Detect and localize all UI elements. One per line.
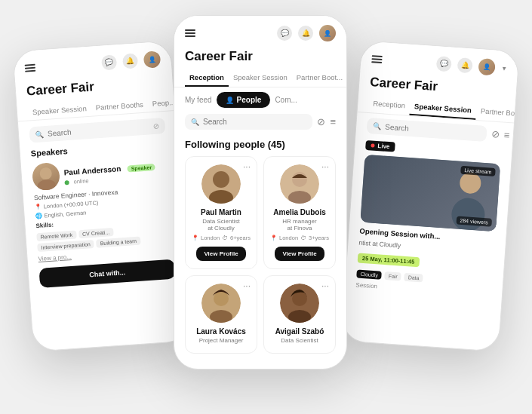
center-search-icon: 🔍: [191, 118, 199, 126]
left-search-input[interactable]: [48, 122, 149, 137]
center-search-row: 🔍 ⊘ ≡: [174, 114, 346, 134]
right-tab-reception[interactable]: Reception: [368, 94, 411, 115]
center-hamburger-icon[interactable]: [185, 29, 195, 37]
right-chat-icon[interactable]: 💬: [436, 56, 452, 72]
amelia-view-profile[interactable]: View Profile: [275, 247, 324, 261]
avigail-role: Data Scientist: [281, 337, 318, 344]
center-bell-icon[interactable]: 🔔: [298, 26, 313, 41]
avigail-name: Avigail Szabó: [275, 327, 324, 336]
session-info: Opening Session with... ntist at Cloudly…: [355, 222, 496, 303]
people-pill-icon: 👤: [226, 97, 234, 104]
avigail-avatar: [280, 284, 319, 323]
tag-data: Data: [404, 273, 423, 283]
live-badge: Live: [365, 140, 395, 152]
person-card-laura: ··· Laura Kovács Project Manager: [185, 275, 257, 354]
dots-menu-laura[interactable]: ···: [243, 281, 251, 291]
header-right-icons: 💬 🔔 👤: [101, 51, 161, 71]
right-tab-partner-boot[interactable]: Partner Boot...: [475, 102, 515, 124]
speaker-badge: Speaker: [127, 164, 155, 173]
tag-cloudly: Cloudly: [356, 270, 382, 280]
laura-name: Laura Kovács: [196, 327, 246, 336]
svg-point-3: [213, 171, 229, 188]
right-dropdown-icon[interactable]: ▼: [501, 65, 508, 72]
feed-tabs-row: My feed 👤 People Com...: [174, 87, 346, 114]
amelia-avatar: [280, 164, 319, 204]
amelia-meta: 📍London ⏱3+years: [270, 235, 329, 241]
people-pill-label: People: [237, 96, 262, 104]
right-phone: 💬 🔔 👤 ▼ Career Fair Reception Speaker Se…: [340, 40, 519, 352]
paul-avatar: [201, 164, 241, 204]
laura-role: Project Manager: [199, 337, 244, 344]
hamburger-icon[interactable]: [25, 64, 36, 72]
speaker-status: online: [73, 177, 89, 185]
tab-partner-boot[interactable]: Partner Boot...: [292, 69, 346, 87]
center-phone-title: Career Fair: [174, 46, 346, 69]
left-search-bar[interactable]: 🔍 ⊘: [29, 118, 165, 143]
people-grid: ··· Paul Martin Data Scientist at Cloudl…: [174, 156, 346, 354]
following-title: Following people (45): [174, 134, 346, 156]
laura-avatar: [201, 284, 241, 323]
speaker-card: Paul Andersson Speaker online Software E…: [32, 155, 174, 262]
right-hamburger-icon[interactable]: [371, 55, 383, 63]
center-phone-header: 💬 🔔 👤: [174, 16, 346, 46]
center-filter-icon[interactable]: ⊘: [317, 116, 325, 127]
center-sort-icon[interactable]: ≡: [330, 116, 336, 127]
person-card-paul: ··· Paul Martin Data Scientist at Cloudl…: [185, 156, 257, 269]
skill-building: Building a team: [96, 237, 140, 248]
right-bell-icon[interactable]: 🔔: [457, 57, 473, 73]
my-feed-tab[interactable]: My feed: [185, 96, 212, 104]
live-dot: [371, 143, 374, 147]
center-search-bar[interactable]: 🔍: [185, 114, 312, 130]
svg-point-1: [37, 179, 56, 191]
skill-cv: CV Creati...: [78, 228, 114, 238]
paul-name: Paul Martin: [201, 208, 241, 216]
right-search-input[interactable]: [385, 123, 481, 138]
companies-tab[interactable]: Com...: [275, 96, 297, 104]
right-sort-icon[interactable]: ≡: [503, 130, 510, 141]
chat-button[interactable]: Chat with...: [38, 259, 175, 288]
right-header-icons: 💬 🔔 👤 ▼: [436, 55, 508, 76]
people-pill[interactable]: 👤 People: [217, 92, 271, 108]
tab-speaker-session-center[interactable]: Speaker Session: [229, 69, 292, 87]
date-badge: 25 May, 11:00-11:45: [358, 253, 420, 268]
paul-role: Data Scientist at Cloudly: [202, 218, 239, 232]
tab-partner-booths[interactable]: Partner Booths: [91, 95, 149, 115]
center-user-avatar[interactable]: 👤: [319, 25, 336, 41]
center-header-icons: 💬 🔔 👤: [277, 25, 336, 41]
speaker-info: Paul Andersson Speaker online: [63, 158, 169, 186]
paul-meta: 📍London ⏱6+years: [192, 235, 251, 241]
search-icon: 🔍: [35, 130, 45, 139]
amelia-role: HR manager at Finova: [282, 218, 316, 232]
tag-fair: Fair: [384, 271, 401, 281]
dots-menu-paul[interactable]: ···: [243, 161, 251, 172]
speakers-section: Speakers Paul Andersson Speaker online: [20, 139, 184, 263]
amelia-name: Amelia Dubois: [273, 208, 325, 216]
right-search-icon: 🔍: [373, 122, 382, 130]
center-phone-tabs: Reception Speaker Session Partner Boot..…: [174, 69, 346, 87]
center-chat-icon[interactable]: 💬: [277, 26, 292, 41]
chat-icon[interactable]: 💬: [101, 54, 117, 70]
speaker-details: Software Engineer · Innovexa 📍 London (+…: [34, 185, 174, 262]
person-card-avigail: ··· Avigail Szabó Data Scientist: [263, 275, 336, 354]
center-phone: 💬 🔔 👤 Career Fair Reception Speaker Sess…: [174, 15, 347, 370]
right-filter-icon[interactable]: ⊘: [490, 128, 500, 140]
live-section: Live Live stream 284 viewers Opening Ses…: [345, 136, 512, 303]
paul-view-profile[interactable]: View Profile: [196, 247, 245, 261]
live-image: Live stream 284 viewers: [360, 155, 500, 232]
svg-point-0: [39, 167, 52, 180]
speaker-avatar: [32, 162, 60, 191]
skill-remote: Remote Work: [36, 230, 76, 241]
user-avatar[interactable]: 👤: [143, 51, 161, 68]
center-search-input[interactable]: [203, 118, 306, 126]
dots-menu-avigail[interactable]: ···: [321, 281, 329, 291]
tab-people[interactable]: Peop...: [147, 94, 174, 112]
bell-icon[interactable]: 🔔: [122, 53, 138, 69]
filter-icon[interactable]: ⊘: [152, 122, 159, 131]
skill-interview: Interview preparation: [37, 240, 94, 252]
person-card-amelia: ··· Amelia Dubois HR manager at Finova 📍…: [263, 156, 336, 269]
dots-menu-amelia[interactable]: ···: [321, 161, 329, 172]
right-user-avatar[interactable]: 👤: [478, 58, 495, 75]
tab-reception[interactable]: Reception: [185, 69, 229, 87]
online-indicator: [64, 179, 69, 184]
tab-speaker-session[interactable]: Speaker Session: [27, 100, 91, 121]
